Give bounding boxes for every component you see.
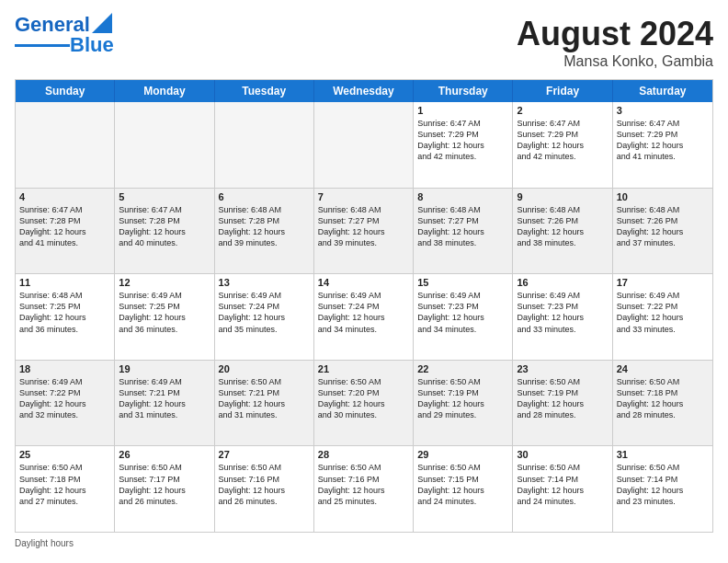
cal-row-2: 11Sunrise: 6:48 AM Sunset: 7:25 PM Dayli… <box>16 273 712 360</box>
day-number: 29 <box>417 449 508 460</box>
day-number: 20 <box>219 363 310 374</box>
svg-marker-0 <box>92 13 112 33</box>
day-number: 13 <box>219 277 310 288</box>
cell-detail: Sunrise: 6:48 AM Sunset: 7:26 PM Dayligh… <box>617 204 709 249</box>
cal-cell-2-6: 17Sunrise: 6:49 AM Sunset: 7:22 PM Dayli… <box>613 274 712 360</box>
cal-cell-1-3: 7Sunrise: 6:48 AM Sunset: 7:27 PM Daylig… <box>314 189 414 274</box>
logo-line-icon <box>15 43 70 48</box>
header: General Blue August 2024 Mansa Konko, Ga… <box>15 15 713 70</box>
day-number: 11 <box>19 277 110 288</box>
cal-cell-2-0: 11Sunrise: 6:48 AM Sunset: 7:25 PM Dayli… <box>16 274 115 360</box>
calendar: Sunday Monday Tuesday Wednesday Thursday… <box>15 79 713 533</box>
cell-detail: Sunrise: 6:47 AM Sunset: 7:29 PM Dayligh… <box>517 118 608 163</box>
header-thursday: Thursday <box>414 80 513 102</box>
cell-detail: Sunrise: 6:47 AM Sunset: 7:28 PM Dayligh… <box>19 204 110 249</box>
cell-detail: Sunrise: 6:48 AM Sunset: 7:28 PM Dayligh… <box>219 204 310 249</box>
header-friday: Friday <box>513 80 612 102</box>
cell-detail: Sunrise: 6:49 AM Sunset: 7:25 PM Dayligh… <box>119 290 210 335</box>
day-number: 12 <box>119 277 210 288</box>
cell-detail: Sunrise: 6:50 AM Sunset: 7:19 PM Dayligh… <box>517 376 608 421</box>
cal-cell-3-3: 21Sunrise: 6:50 AM Sunset: 7:20 PM Dayli… <box>314 361 414 446</box>
day-number: 14 <box>318 277 409 288</box>
logo-text: General <box>15 15 90 35</box>
day-number: 3 <box>617 105 709 116</box>
cal-cell-1-5: 9Sunrise: 6:48 AM Sunset: 7:26 PM Daylig… <box>513 189 612 274</box>
cell-detail: Sunrise: 6:50 AM Sunset: 7:14 PM Dayligh… <box>517 462 608 507</box>
cell-detail: Sunrise: 6:47 AM Sunset: 7:29 PM Dayligh… <box>617 118 709 163</box>
day-number: 15 <box>417 277 508 288</box>
footer: Daylight hours <box>15 538 713 548</box>
cal-cell-3-0: 18Sunrise: 6:49 AM Sunset: 7:22 PM Dayli… <box>16 361 115 446</box>
title-block: August 2024 Mansa Konko, Gambia <box>517 15 713 70</box>
cal-cell-4-3: 28Sunrise: 6:50 AM Sunset: 7:16 PM Dayli… <box>314 446 414 532</box>
day-number: 16 <box>517 277 608 288</box>
cell-detail: Sunrise: 6:49 AM Sunset: 7:22 PM Dayligh… <box>19 376 110 421</box>
cell-detail: Sunrise: 6:48 AM Sunset: 7:27 PM Dayligh… <box>318 204 409 249</box>
day-number: 25 <box>19 449 110 460</box>
cal-cell-3-4: 22Sunrise: 6:50 AM Sunset: 7:19 PM Dayli… <box>414 361 513 446</box>
day-number: 18 <box>19 363 110 374</box>
day-number: 4 <box>19 191 110 202</box>
header-tuesday: Tuesday <box>215 80 314 102</box>
svg-rect-1 <box>15 44 70 47</box>
day-number: 1 <box>417 105 508 116</box>
cal-row-0: 1Sunrise: 6:47 AM Sunset: 7:29 PM Daylig… <box>16 102 712 188</box>
day-number: 23 <box>517 363 608 374</box>
cell-detail: Sunrise: 6:49 AM Sunset: 7:22 PM Dayligh… <box>617 290 709 335</box>
cal-cell-4-0: 25Sunrise: 6:50 AM Sunset: 7:18 PM Dayli… <box>16 446 115 532</box>
cal-cell-2-2: 13Sunrise: 6:49 AM Sunset: 7:24 PM Dayli… <box>215 274 314 360</box>
cal-cell-4-2: 27Sunrise: 6:50 AM Sunset: 7:16 PM Dayli… <box>215 446 314 532</box>
cell-detail: Sunrise: 6:50 AM Sunset: 7:14 PM Dayligh… <box>617 462 709 507</box>
header-wednesday: Wednesday <box>314 80 414 102</box>
day-number: 27 <box>219 449 310 460</box>
location-title: Mansa Konko, Gambia <box>517 53 713 70</box>
cal-cell-4-4: 29Sunrise: 6:50 AM Sunset: 7:15 PM Dayli… <box>414 446 513 532</box>
cal-row-3: 18Sunrise: 6:49 AM Sunset: 7:22 PM Dayli… <box>16 360 712 446</box>
cell-detail: Sunrise: 6:48 AM Sunset: 7:25 PM Dayligh… <box>19 290 110 335</box>
day-number: 31 <box>617 449 709 460</box>
header-monday: Monday <box>115 80 214 102</box>
cal-cell-4-5: 30Sunrise: 6:50 AM Sunset: 7:14 PM Dayli… <box>513 446 612 532</box>
cell-detail: Sunrise: 6:49 AM Sunset: 7:23 PM Dayligh… <box>417 290 508 335</box>
cal-cell-0-5: 2Sunrise: 6:47 AM Sunset: 7:29 PM Daylig… <box>513 102 612 188</box>
cell-detail: Sunrise: 6:49 AM Sunset: 7:21 PM Dayligh… <box>119 376 210 421</box>
cal-cell-0-1 <box>115 102 214 188</box>
logo: General Blue <box>15 15 114 55</box>
cal-cell-2-5: 16Sunrise: 6:49 AM Sunset: 7:23 PM Dayli… <box>513 274 612 360</box>
day-number: 28 <box>318 449 409 460</box>
cell-detail: Sunrise: 6:50 AM Sunset: 7:15 PM Dayligh… <box>417 462 508 507</box>
cell-detail: Sunrise: 6:50 AM Sunset: 7:16 PM Dayligh… <box>219 462 310 507</box>
cell-detail: Sunrise: 6:49 AM Sunset: 7:24 PM Dayligh… <box>318 290 409 335</box>
cell-detail: Sunrise: 6:50 AM Sunset: 7:17 PM Dayligh… <box>119 462 210 507</box>
calendar-body: 1Sunrise: 6:47 AM Sunset: 7:29 PM Daylig… <box>16 102 712 532</box>
day-number: 8 <box>417 191 508 202</box>
daylight-label: Daylight hours <box>15 538 74 548</box>
cal-row-4: 25Sunrise: 6:50 AM Sunset: 7:18 PM Dayli… <box>16 445 712 532</box>
day-number: 30 <box>517 449 608 460</box>
cal-cell-2-1: 12Sunrise: 6:49 AM Sunset: 7:25 PM Dayli… <box>115 274 214 360</box>
cal-cell-1-4: 8Sunrise: 6:48 AM Sunset: 7:27 PM Daylig… <box>414 189 513 274</box>
day-number: 2 <box>517 105 608 116</box>
page: General Blue August 2024 Mansa Konko, Ga… <box>0 0 728 563</box>
cal-cell-1-1: 5Sunrise: 6:47 AM Sunset: 7:28 PM Daylig… <box>115 189 214 274</box>
day-number: 17 <box>617 277 709 288</box>
header-saturday: Saturday <box>613 80 712 102</box>
cell-detail: Sunrise: 6:48 AM Sunset: 7:26 PM Dayligh… <box>517 204 608 249</box>
day-number: 22 <box>417 363 508 374</box>
month-title: August 2024 <box>517 15 713 53</box>
cell-detail: Sunrise: 6:50 AM Sunset: 7:18 PM Dayligh… <box>19 462 110 507</box>
header-sunday: Sunday <box>16 80 115 102</box>
cal-row-1: 4Sunrise: 6:47 AM Sunset: 7:28 PM Daylig… <box>16 188 712 274</box>
cell-detail: Sunrise: 6:49 AM Sunset: 7:23 PM Dayligh… <box>517 290 608 335</box>
cell-detail: Sunrise: 6:50 AM Sunset: 7:21 PM Dayligh… <box>219 376 310 421</box>
cell-detail: Sunrise: 6:49 AM Sunset: 7:24 PM Dayligh… <box>219 290 310 335</box>
cal-cell-1-2: 6Sunrise: 6:48 AM Sunset: 7:28 PM Daylig… <box>215 189 314 274</box>
day-number: 21 <box>318 363 409 374</box>
day-number: 10 <box>617 191 709 202</box>
logo-triangle-icon <box>92 13 112 33</box>
cell-detail: Sunrise: 6:50 AM Sunset: 7:20 PM Dayligh… <box>318 376 409 421</box>
cal-cell-0-3 <box>314 102 414 188</box>
cal-cell-0-2 <box>215 102 314 188</box>
cell-detail: Sunrise: 6:50 AM Sunset: 7:19 PM Dayligh… <box>417 376 508 421</box>
logo-blue-text: Blue <box>70 35 114 55</box>
